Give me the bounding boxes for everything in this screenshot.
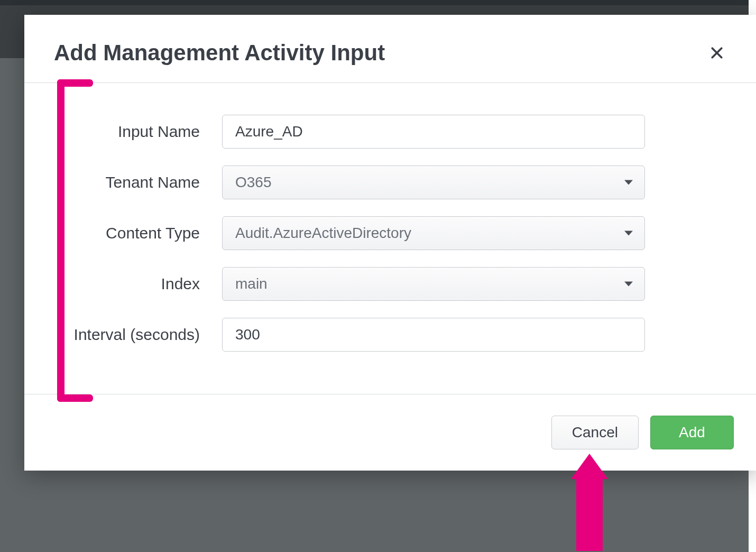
- control-content-type: Audit.AzureActiveDirectory: [222, 216, 645, 250]
- row-interval: Interval (seconds): [54, 318, 726, 352]
- control-interval: [222, 318, 645, 352]
- chevron-down-icon: [624, 231, 633, 236]
- label-content-type: Content Type: [54, 224, 222, 242]
- row-content-type: Content Type Audit.AzureActiveDirectory: [54, 216, 726, 250]
- modal-header: Add Management Activity Input: [24, 15, 756, 82]
- content-type-value: Audit.AzureActiveDirectory: [235, 225, 411, 242]
- close-button[interactable]: [707, 43, 726, 62]
- label-index: Index: [54, 275, 222, 293]
- row-tenant-name: Tenant Name O365: [54, 165, 726, 199]
- label-interval: Interval (seconds): [54, 326, 222, 344]
- input-name-field[interactable]: [222, 115, 645, 149]
- interval-field[interactable]: [222, 318, 645, 352]
- modal-title: Add Management Activity Input: [54, 40, 385, 66]
- close-icon: [709, 45, 725, 61]
- modal-body: Input Name Tenant Name O365 Content Type…: [24, 83, 756, 394]
- content-type-select[interactable]: Audit.AzureActiveDirectory: [222, 216, 645, 250]
- control-tenant-name: O365: [222, 165, 645, 199]
- cancel-button[interactable]: Cancel: [551, 416, 639, 449]
- add-input-modal: Add Management Activity Input Input Name…: [24, 15, 756, 471]
- add-button[interactable]: Add: [650, 416, 734, 449]
- chevron-down-icon: [624, 180, 633, 185]
- tenant-name-select[interactable]: O365: [222, 165, 645, 199]
- label-input-name: Input Name: [54, 123, 222, 141]
- index-select[interactable]: main: [222, 267, 645, 301]
- chevron-down-icon: [624, 282, 633, 287]
- control-index: main: [222, 267, 645, 301]
- row-index: Index main: [54, 267, 726, 301]
- label-tenant-name: Tenant Name: [54, 173, 222, 191]
- modal-footer: Cancel Add: [24, 394, 756, 471]
- control-input-name: [222, 115, 645, 149]
- index-value: main: [235, 275, 268, 292]
- tenant-name-value: O365: [235, 174, 272, 191]
- row-input-name: Input Name: [54, 115, 726, 149]
